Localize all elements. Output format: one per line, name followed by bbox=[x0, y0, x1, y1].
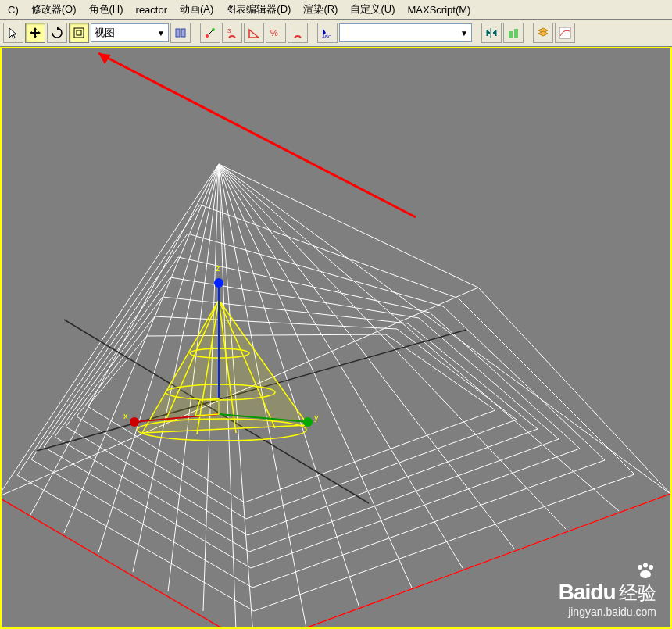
spinner-snap-icon bbox=[291, 27, 304, 39]
angle-snap-icon bbox=[248, 27, 260, 39]
svg-rect-11 bbox=[559, 27, 570, 38]
main-toolbar: 视图 ▼ 3 % ABC ▼ bbox=[0, 20, 672, 47]
percent-snap-button[interactable]: % bbox=[266, 23, 286, 43]
layers-icon bbox=[537, 27, 549, 39]
svg-rect-2 bbox=[176, 29, 180, 37]
select-and-move-button[interactable] bbox=[25, 23, 45, 43]
gizmo-x-label: x bbox=[123, 411, 128, 420]
perspective-viewport[interactable]: z x y Baidu 经验 jingyan.baidu.com bbox=[0, 47, 672, 629]
select-object-button[interactable] bbox=[3, 23, 23, 43]
gizmo-y-label: y bbox=[314, 413, 319, 422]
svg-rect-0 bbox=[74, 28, 84, 38]
angle-snap-button[interactable] bbox=[244, 23, 264, 43]
svg-text:ABC: ABC bbox=[322, 34, 332, 39]
menu-item-customize[interactable]: 自定义(U) bbox=[344, 1, 401, 18]
select-and-manipulate-button[interactable] bbox=[200, 23, 220, 43]
menu-item-rendering[interactable]: 渲染(R) bbox=[297, 1, 344, 18]
menu-item-graph-editors[interactable]: 图表编辑器(D) bbox=[220, 1, 297, 18]
mirror-button[interactable] bbox=[481, 23, 502, 43]
percent-snap-icon: % bbox=[270, 27, 282, 39]
chevron-down-icon: ▼ bbox=[157, 29, 165, 38]
align-button[interactable] bbox=[503, 23, 524, 43]
manipulate-icon bbox=[204, 27, 216, 39]
menu-item-c[interactable]: C) bbox=[2, 2, 25, 17]
svg-rect-3 bbox=[181, 29, 185, 37]
snap-toggle-button[interactable]: 3 bbox=[222, 23, 242, 43]
cursor-icon bbox=[7, 27, 20, 39]
menu-item-character[interactable]: 角色(H) bbox=[83, 1, 130, 18]
menu-item-reactor[interactable]: reactor bbox=[130, 2, 173, 17]
curve-icon bbox=[559, 27, 571, 39]
select-and-rotate-button[interactable] bbox=[47, 23, 67, 43]
layer-manager-button[interactable] bbox=[533, 23, 553, 43]
arrow-abc-icon: ABC bbox=[321, 27, 334, 39]
curve-editor-button[interactable] bbox=[555, 23, 575, 43]
rotate-icon bbox=[51, 27, 63, 39]
scale-icon bbox=[73, 27, 85, 39]
svg-text:%: % bbox=[270, 28, 278, 38]
named-selection-sets-button[interactable]: ABC bbox=[317, 23, 338, 43]
menu-item-animation[interactable]: 动画(A) bbox=[173, 1, 220, 18]
svg-rect-1 bbox=[77, 30, 81, 35]
svg-point-20 bbox=[130, 417, 139, 427]
gizmo-z-label: z bbox=[216, 263, 220, 273]
menu-item-modifiers[interactable]: 修改器(O) bbox=[25, 1, 83, 18]
svg-point-5 bbox=[212, 28, 215, 31]
menu-bar: C) 修改器(O) 角色(H) reactor 动画(A) 图表编辑器(D) 渲… bbox=[0, 0, 672, 20]
chevron-down-icon: ▼ bbox=[460, 29, 468, 38]
svg-text:3: 3 bbox=[227, 27, 231, 34]
pivot-icon bbox=[174, 27, 187, 39]
viewport-scene: z x y bbox=[2, 48, 670, 627]
menu-item-maxscript[interactable]: MAXScript(M) bbox=[402, 2, 477, 17]
svg-point-22 bbox=[303, 417, 313, 427]
mirror-icon bbox=[485, 27, 498, 39]
align-icon bbox=[507, 27, 520, 39]
select-and-scale-button[interactable] bbox=[69, 23, 89, 43]
spinner-snap-button[interactable] bbox=[288, 23, 308, 43]
svg-rect-10 bbox=[514, 29, 518, 38]
svg-point-4 bbox=[206, 34, 209, 38]
snap-icon: 3 bbox=[226, 27, 238, 39]
svg-line-23 bbox=[98, 53, 416, 217]
use-pivot-point-button[interactable] bbox=[170, 23, 191, 43]
move-icon bbox=[29, 27, 41, 39]
named-selection-dropdown[interactable]: ▼ bbox=[339, 23, 472, 42]
reference-coord-system-dropdown[interactable]: 视图 ▼ bbox=[91, 23, 169, 42]
svg-rect-9 bbox=[509, 31, 513, 38]
dropdown-value: 视图 bbox=[95, 26, 115, 40]
svg-point-18 bbox=[214, 278, 223, 288]
